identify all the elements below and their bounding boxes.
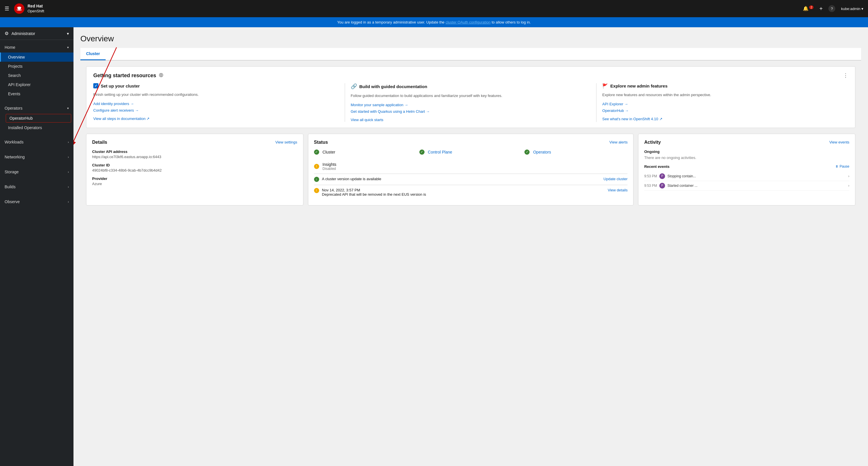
event-text-1: Started container ...: [668, 184, 846, 188]
storage-group[interactable]: Storage ›: [0, 167, 73, 177]
quarkus-helm-link[interactable]: Get started with Quarkus using a Helm Ch…: [351, 109, 591, 114]
guided-icon: 🔗: [351, 83, 357, 90]
admin-title-label: Explore new admin features: [610, 84, 668, 88]
gs-col3-title: 🚩 Explore new admin features: [602, 83, 848, 89]
event-time-0: 9:53 PM: [644, 174, 657, 178]
content-inner: Overview Cluster Getting started resourc…: [73, 27, 868, 218]
event-arrow-1[interactable]: ›: [848, 184, 849, 188]
user-menu[interactable]: kube:admin ▾: [841, 7, 863, 11]
view-alerts-link[interactable]: View alerts: [609, 140, 627, 144]
event-icon-0: P: [659, 173, 665, 179]
control-plane-status-link[interactable]: Control Plane: [428, 150, 453, 154]
operatorhub-link[interactable]: OperatorHub →: [602, 108, 848, 113]
sidebar-item-api-explorer[interactable]: API Explorer: [0, 80, 73, 89]
getting-started-label: Getting started resources: [93, 72, 156, 79]
observe-group[interactable]: Observe ›: [0, 196, 73, 207]
activity-card: Activity View events Ongoing There are n…: [638, 134, 856, 206]
projects-label: Projects: [8, 64, 23, 69]
flag-icon: 🚩: [602, 83, 608, 89]
sidebar-role-selector[interactable]: ⚙ Administrator ▾: [0, 27, 73, 40]
details-title: Details: [92, 140, 107, 145]
role-chevron-icon: ▾: [67, 31, 69, 36]
event-item-0: 9:53 PM P Stopping contain... ›: [644, 172, 849, 181]
update-text: A cluster version update is available: [322, 177, 601, 181]
operators-group[interactable]: Operators ▾: [0, 103, 73, 113]
status-card: Status View alerts ✓ Cluster ✓ Control P…: [308, 134, 634, 206]
setup-description: Finish setting up your cluster with reco…: [93, 92, 339, 98]
builds-group[interactable]: Builds ›: [0, 182, 73, 192]
configure-alert-link[interactable]: Configure alert receivers →: [93, 108, 339, 113]
guided-description: Follow guided documentation to build app…: [351, 93, 591, 99]
getting-started-menu-icon[interactable]: ⋮: [843, 72, 848, 79]
storage-chevron-icon: ›: [68, 170, 69, 174]
networking-section: Networking ›: [0, 150, 73, 164]
view-details-link[interactable]: View details: [608, 188, 627, 192]
provider-label: Provider: [92, 177, 298, 181]
home-group[interactable]: Home ▾: [0, 42, 73, 53]
view-all-steps-link[interactable]: View all steps in documentation ↗: [93, 117, 339, 121]
event-time-1: 9:53 PM: [644, 184, 657, 188]
getting-started-header: Getting started resources ⓪ ⋮: [93, 72, 848, 79]
sidebar-item-search[interactable]: Search: [0, 71, 73, 80]
alert-banner: You are logged in as a temporary adminis…: [0, 17, 868, 27]
event-arrow-0[interactable]: ›: [848, 174, 849, 178]
networking-chevron-icon: ›: [68, 155, 69, 159]
update-icon: ↑: [314, 177, 319, 182]
home-section: Home ▾ Overview Projects Search API Expl…: [0, 40, 73, 101]
getting-started-title: Getting started resources ⓪: [93, 72, 163, 79]
view-settings-link[interactable]: View settings: [275, 140, 297, 144]
getting-started-columns: ✓ Set up your cluster Finish setting up …: [93, 83, 848, 122]
add-identity-link[interactable]: Add identity providers →: [93, 101, 339, 106]
getting-started-help-icon[interactable]: ⓪: [159, 73, 163, 78]
tab-cluster[interactable]: Cluster: [81, 48, 105, 60]
main-layout: ⚙ Administrator ▾ Home ▾ Overview Projec…: [0, 27, 868, 466]
notifications-icon[interactable]: 🔔2: [803, 6, 814, 11]
workloads-group[interactable]: Workloads ›: [0, 137, 73, 147]
ongoing-empty-text: There are no ongoing activities.: [644, 156, 849, 160]
api-explorer-link[interactable]: API Explorer →: [602, 102, 848, 106]
sidebar-item-operatorhub[interactable]: OperatorHub: [6, 114, 71, 123]
installed-operators-label: Installed Operators: [8, 125, 42, 130]
status-operators-row: ✓ Operators: [524, 150, 627, 155]
sidebar-item-projects[interactable]: Projects: [0, 62, 73, 71]
sidebar-item-overview[interactable]: Overview: [0, 53, 73, 62]
insights-row: ! Insights Disabled: [314, 162, 628, 171]
update-cluster-link[interactable]: Update cluster: [603, 177, 628, 181]
role-label: Administrator: [11, 31, 35, 36]
setup-check-icon: ✓: [93, 83, 98, 88]
networking-group[interactable]: Networking ›: [0, 152, 73, 162]
operators-label: Operators: [5, 106, 22, 111]
provider-value: Azure: [92, 181, 298, 187]
builds-section: Builds ›: [0, 179, 73, 194]
view-events-link[interactable]: View events: [829, 140, 849, 144]
search-label: Search: [8, 73, 21, 78]
cluster-api-value: https://api.ce7l3kf6.eastus.aroapp.io:64…: [92, 154, 298, 159]
overview-label: Overview: [8, 55, 25, 59]
pause-button[interactable]: ⏸ Pause: [835, 164, 849, 168]
deprecated-text: Nov 14, 2022, 3:57 PM Deprecated API tha…: [322, 188, 605, 196]
oauth-config-link[interactable]: cluster OAuth configuration: [445, 20, 491, 24]
view-quick-starts-link[interactable]: View all quick starts: [351, 118, 591, 122]
sidebar-item-events[interactable]: Events: [0, 89, 73, 98]
add-icon[interactable]: +: [819, 5, 823, 12]
status-cluster-row: ✓ Cluster: [314, 150, 417, 155]
networking-label: Networking: [5, 155, 25, 159]
details-card: Details View settings Cluster API addres…: [86, 134, 303, 206]
operatorhub-label: OperatorHub: [9, 116, 33, 121]
hamburger-menu[interactable]: ☰: [5, 5, 9, 12]
monitor-sample-link[interactable]: Monitor your sample application →: [351, 103, 591, 107]
gs-column-guided: 🔗 Build with guided documentation Follow…: [345, 83, 597, 122]
events-label: Events: [8, 92, 20, 96]
admin-description: Explore new features and resources withi…: [602, 92, 848, 98]
sidebar-item-installed-operators[interactable]: Installed Operators: [0, 123, 73, 132]
home-label: Home: [5, 45, 15, 50]
notification-count: 2: [809, 5, 814, 9]
guided-title-label: Build with guided documentation: [360, 84, 427, 89]
control-plane-status-icon: ✓: [420, 150, 425, 155]
help-icon[interactable]: ?: [828, 5, 835, 12]
whats-new-link[interactable]: See what's new in OpenShift 4.10 ↗: [602, 117, 848, 121]
tab-content: Getting started resources ⓪ ⋮ ✓ Set up y…: [81, 61, 861, 211]
operators-status-link[interactable]: Operators: [533, 150, 551, 154]
insights-status-icon: !: [314, 164, 319, 169]
cluster-status-label: Cluster: [322, 150, 335, 154]
